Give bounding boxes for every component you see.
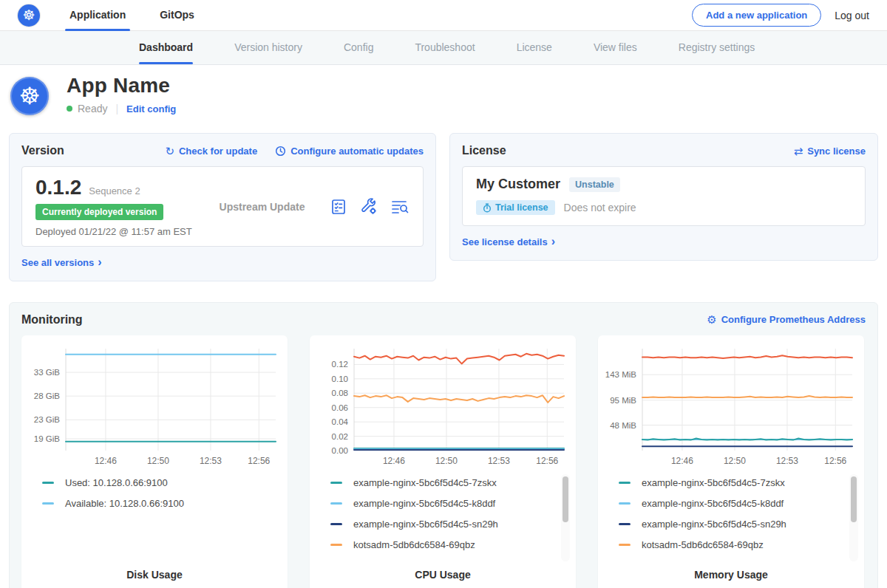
tab-registry-settings[interactable]: Registry settings	[679, 31, 755, 64]
svg-text:12:46: 12:46	[383, 456, 405, 466]
current-version-card: 0.1.2 Sequence 2 Currently deployed vers…	[21, 166, 424, 247]
version-number: 0.1.2	[35, 176, 81, 199]
upstream-update-label: Upstream Update	[194, 201, 330, 213]
chart-legend-cpu-usage: example-nginx-5bc6f5d4c5-7zskxexample-ng…	[310, 471, 576, 566]
legend-dash-icon	[330, 544, 342, 546]
tab-dashboard[interactable]: Dashboard	[139, 31, 193, 64]
sequence-label: Sequence 2	[89, 185, 140, 196]
configure-prometheus-link[interactable]: ⚙ Configure Prometheus Address	[707, 314, 866, 325]
chart-legend-disk-usage: Used: 10.128.0.66:9100Available: 10.128.…	[21, 471, 288, 566]
sync-icon: ⇄	[794, 146, 803, 157]
legend-label: example-nginx-5bc6f5d4c5-7zskx	[642, 477, 785, 488]
legend-label: Used: 10.128.0.66:9100	[65, 477, 168, 488]
svg-text:12:50: 12:50	[435, 456, 458, 466]
legend-dash-icon	[619, 502, 631, 505]
chevron-right-icon: ›	[98, 256, 101, 268]
chart-title-memory-usage: Memory Usage	[598, 566, 864, 588]
svg-text:12:53: 12:53	[776, 456, 798, 466]
chart-plot-disk-usage: 19 GiB23 GiB28 GiB33 GiB12:4612:5012:531…	[27, 341, 282, 471]
app-avatar-kubernetes-icon: ☸	[10, 77, 49, 115]
svg-text:0.10: 0.10	[332, 374, 348, 383]
license-panel: License ⇄ Sync license My Customer Unsta…	[449, 133, 878, 261]
legend-item: example-nginx-5bc6f5d4c5-7zskx	[330, 477, 560, 488]
deployed-badge: Currently deployed version	[35, 204, 163, 220]
legend-label: example-nginx-5bc6f5d4c5-k8ddf	[642, 498, 784, 509]
summary-cards-row: Version ↻ Check for update Configure aut…	[0, 127, 887, 281]
add-application-button[interactable]: Add a new application	[692, 4, 821, 27]
license-panel-title: License	[462, 144, 506, 157]
legend-item: Used: 10.128.0.66:9100	[42, 477, 271, 488]
svg-text:12:53: 12:53	[488, 456, 510, 466]
tab-version-history[interactable]: Version history	[234, 31, 302, 64]
legend-dash-icon	[619, 482, 631, 484]
page-title: App Name	[67, 74, 176, 98]
chart-card-memory-usage: 48 MiB95 MiB143 MiB12:4612:5012:5312:56e…	[598, 335, 864, 588]
legend-label: example-nginx-5bc6f5d4c5-k8ddf	[353, 498, 495, 509]
deploy-logs-icon[interactable]	[390, 198, 409, 216]
charts-row: 19 GiB23 GiB28 GiB33 GiB12:4612:5012:531…	[21, 335, 866, 588]
check-for-update-link[interactable]: ↻ Check for update	[165, 146, 257, 157]
preflight-checks-icon[interactable]	[330, 198, 347, 216]
version-panel: Version ↻ Check for update Configure aut…	[9, 133, 436, 281]
svg-text:28 GiB: 28 GiB	[34, 392, 60, 400]
legend-label: example-nginx-5bc6f5d4c5-7zskx	[353, 477, 497, 488]
stopwatch-icon	[483, 203, 492, 213]
see-all-versions-link[interactable]: See all versions ›	[21, 256, 102, 268]
legend-scrollbar-thumb[interactable]	[851, 476, 857, 522]
legend-dash-icon	[42, 482, 54, 484]
svg-text:0.04: 0.04	[332, 417, 349, 426]
legend-item: example-nginx-5bc6f5d4c5-sn29h	[619, 519, 848, 530]
topnav-right: Add a new application Log out	[692, 4, 869, 27]
legend-item: example-nginx-5bc6f5d4c5-k8ddf	[619, 498, 848, 509]
refresh-icon: ↻	[165, 146, 174, 157]
tab-view-files[interactable]: View files	[594, 31, 637, 64]
topnav-tab-application[interactable]: Application	[69, 0, 126, 31]
status-dot	[67, 106, 72, 112]
app-subnav: DashboardVersion historyConfigTroublesho…	[0, 31, 887, 65]
legend-item: kotsadm-5db6dc6584-69qbz	[619, 539, 848, 550]
see-license-details-link[interactable]: See license details ›	[462, 236, 555, 247]
svg-text:12:50: 12:50	[147, 456, 169, 466]
expiry-text: Does not expire	[564, 202, 636, 213]
svg-text:0.00: 0.00	[332, 446, 348, 455]
legend-scrollbar-thumb[interactable]	[563, 476, 568, 522]
configure-automatic-updates-link[interactable]: Configure automatic updates	[275, 146, 424, 157]
legend-dash-icon	[619, 544, 631, 546]
svg-text:0.08: 0.08	[332, 389, 348, 397]
legend-dash-icon	[330, 482, 342, 484]
config-wrench-icon[interactable]	[360, 198, 378, 216]
tab-config[interactable]: Config	[344, 31, 373, 64]
legend-label: kotsadm-5db6dc6584-69qbz	[353, 539, 475, 550]
logout-button[interactable]: Log out	[835, 10, 869, 21]
channel-badge: Unstable	[569, 177, 620, 192]
legend-label: example-nginx-5bc6f5d4c5-sn29h	[642, 519, 786, 530]
edit-config-link[interactable]: Edit config	[126, 103, 176, 114]
legend-dash-icon	[330, 523, 342, 525]
legend-label: example-nginx-5bc6f5d4c5-sn29h	[353, 519, 498, 530]
svg-text:48 MiB: 48 MiB	[610, 420, 636, 429]
topnav-tabs: ApplicationGitOps	[69, 0, 228, 31]
sync-license-link[interactable]: ⇄ Sync license	[794, 146, 866, 157]
chevron-right-icon: ›	[551, 236, 555, 247]
svg-text:0.06: 0.06	[332, 403, 348, 411]
gear-icon: ⚙	[707, 314, 716, 325]
legend-item: example-nginx-5bc6f5d4c5-7zskx	[619, 477, 848, 488]
version-panel-title: Version	[21, 144, 64, 157]
chart-plot-memory-usage: 48 MiB95 MiB143 MiB12:4612:5012:5312:56	[604, 341, 858, 471]
kubernetes-logo-icon[interactable]: ☸	[18, 4, 40, 27]
legend-label: kotsadm-5db6dc6584-69qbz	[642, 539, 764, 550]
topnav-tab-gitops[interactable]: GitOps	[160, 0, 194, 31]
divider: |	[115, 103, 118, 114]
svg-text:143 MiB: 143 MiB	[605, 370, 637, 379]
chart-card-cpu-usage: 0.000.020.040.060.080.100.1212:4612:5012…	[310, 335, 576, 588]
svg-text:12:46: 12:46	[95, 456, 117, 466]
tab-license[interactable]: License	[517, 31, 552, 64]
tab-troubleshoot[interactable]: Troubleshoot	[415, 31, 475, 64]
chart-title-disk-usage: Disk Usage	[21, 566, 288, 588]
app-header: ☸ App Name Ready | Edit config	[0, 65, 887, 127]
legend-dash-icon	[330, 502, 342, 505]
license-summary-card: My Customer Unstable Trial license Does …	[462, 166, 866, 226]
svg-text:33 GiB: 33 GiB	[34, 368, 60, 377]
svg-text:23 GiB: 23 GiB	[34, 415, 60, 424]
legend-label: Available: 10.128.0.66:9100	[65, 498, 184, 509]
